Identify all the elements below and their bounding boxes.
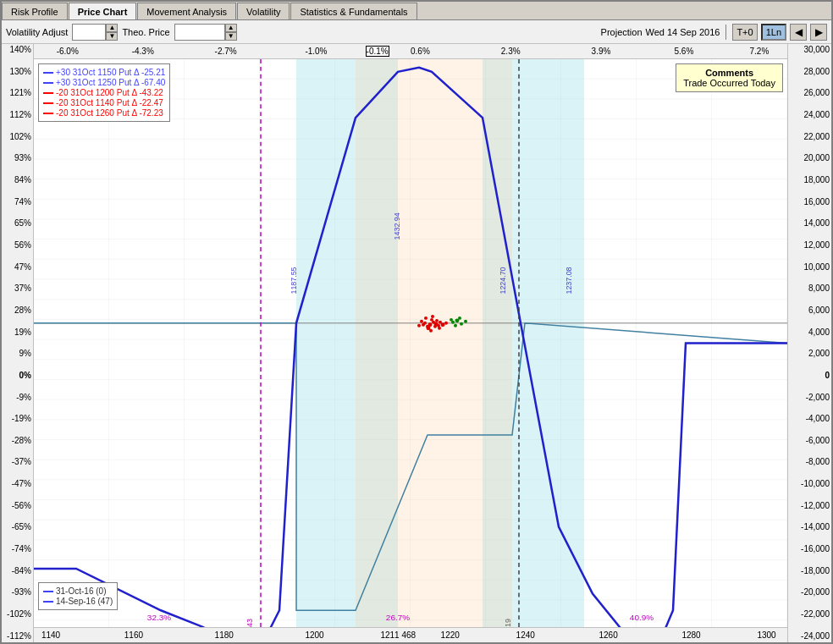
nav-forward-button[interactable]: ▶ [810, 24, 827, 41]
svg-point-34 [454, 324, 457, 328]
y-left-label: -74% [3, 545, 31, 553]
y-axis-left: 140%130%121%112%102%93%84%74%65%56%47%37… [2, 44, 34, 642]
legend-item-4: -20 31Oct 1140 Put Δ -22.47 [43, 98, 165, 107]
legend-color-2 [43, 82, 53, 84]
theo-price-input[interactable]: 1,211.47 [174, 24, 225, 41]
tab-bar: Risk Profile Price Chart Movement Analys… [2, 2, 831, 20]
tab-risk-profile[interactable]: Risk Profile [2, 3, 68, 19]
y-left-label: 121% [3, 89, 31, 97]
bottom-legend-text-1: 31-Oct-16 (0) [56, 586, 106, 596]
y-left-label: 84% [3, 176, 31, 184]
y-left-label: -102% [3, 610, 31, 619]
theo-price-up[interactable]: ▲ [225, 24, 237, 32]
y-right-label: -6,000 [790, 437, 830, 445]
x-top-tick-8: 3.9% [592, 47, 611, 56]
theo-price-down[interactable]: ▼ [225, 32, 237, 41]
y-right-label: -14,000 [790, 523, 830, 531]
svg-text:1237.08: 1237.08 [565, 267, 573, 294]
y-right-label: -18,000 [790, 567, 830, 575]
theo-price-spinner[interactable]: ▲ ▼ [225, 24, 237, 41]
nav-back-button[interactable]: ◀ [790, 24, 807, 41]
theo-price-label: Theo. Price [122, 27, 169, 37]
y-left-label: 74% [3, 198, 31, 206]
svg-point-27 [438, 327, 441, 330]
vol-adjust-input[interactable]: 0 [72, 24, 106, 41]
x-bottom-tick-7: 1240 [516, 630, 535, 640]
svg-point-33 [460, 322, 463, 326]
y-left-label: -28% [3, 437, 31, 445]
y-right-label: 16,000 [790, 198, 830, 206]
comments-subtitle: Trade Occurred Today [683, 78, 775, 88]
svg-point-35 [464, 320, 467, 323]
tab-movement-analysis[interactable]: Movement Analysis [137, 3, 236, 19]
tab-volatility[interactable]: Volatility [237, 3, 290, 19]
projection-date: Wed 14 Sep 2016 [646, 27, 720, 37]
y-left-label: -112% [3, 632, 31, 641]
y-right-label: 14,000 [790, 219, 830, 228]
y-right-label: 10,000 [790, 263, 830, 272]
y-left-label: 56% [3, 241, 31, 250]
svg-text:1187.55: 1187.55 [290, 267, 298, 294]
y-left-label: 93% [3, 154, 31, 162]
svg-point-36 [450, 318, 453, 322]
y-right-label: 6,000 [790, 306, 830, 315]
y-left-label: -19% [3, 415, 31, 423]
x-top-tick-2: -4.3% [132, 47, 154, 56]
bottom-legend: 31-Oct-16 (0) 14-Sep-16 (47) [38, 582, 118, 610]
ln-button[interactable]: 1Ln [761, 24, 786, 41]
tab-statistics[interactable]: Statistics & Fundamentals [290, 3, 416, 19]
y-left-label: 102% [3, 133, 31, 141]
svg-point-29 [444, 322, 448, 325]
legend-color-3 [43, 92, 53, 94]
svg-text:1224.70: 1224.70 [499, 267, 507, 294]
y-left-label: 0% [3, 372, 31, 380]
y-left-label: 65% [3, 219, 31, 228]
legend-color-5 [43, 113, 53, 114]
vol-adjust-up[interactable]: ▲ [106, 24, 118, 32]
x-bottom-tick-3: 1180 [215, 630, 234, 640]
y-right-label: -24,000 [790, 632, 830, 641]
svg-point-21 [422, 323, 425, 327]
vol-adjust-down[interactable]: ▼ [106, 32, 118, 41]
y-right-label: 24,000 [790, 111, 830, 119]
svg-point-22 [429, 329, 433, 333]
legend-item-1: +30 31Oct 1150 Put Δ -25.21 [43, 68, 165, 77]
svg-point-17 [430, 318, 433, 322]
y-left-label: 19% [3, 328, 31, 337]
bottom-legend-color-1 [43, 591, 53, 592]
y-left-label: 37% [3, 284, 31, 293]
legend-item-2: +30 31Oct 1250 Put Δ -67.40 [43, 78, 165, 87]
y-right-label: 20,000 [790, 154, 830, 162]
y-right-label: -8,000 [790, 458, 830, 466]
legend-color-4 [43, 102, 53, 104]
x-bottom-tick-2: 1160 [124, 630, 143, 640]
y-right-label: -4,000 [790, 415, 830, 423]
y-right-label: 26,000 [790, 89, 830, 97]
svg-text:26.7%: 26.7% [386, 613, 410, 622]
controls-row: Volatility Adjust 0 ▲ ▼ Theo. Price 1,21… [2, 20, 831, 44]
svg-point-23 [435, 319, 439, 322]
theo-price-spinner-group: 1,211.47 ▲ ▼ [174, 24, 237, 41]
y-right-label: -22,000 [790, 610, 830, 619]
x-axis-top: -6.0% -4.3% -2.7% -1.0% -0.1% 0.6% 2.3% … [34, 44, 787, 59]
bottom-legend-color-2 [43, 601, 53, 603]
y-left-label: -9% [3, 394, 31, 402]
y-left-label: -47% [3, 480, 31, 488]
y-right-label: -20,000 [790, 588, 830, 597]
comments-box: Comments Trade Occurred Today [676, 63, 783, 92]
svg-point-28 [420, 320, 423, 323]
y-right-label: 4,000 [790, 328, 830, 337]
y-left-label: 140% [3, 46, 31, 54]
svg-text:1171.43: 1171.43 [245, 619, 254, 627]
vol-adjust-spinner[interactable]: ▲ ▼ [106, 24, 118, 41]
svg-point-24 [441, 322, 445, 327]
legend-text-3: -20 31Oct 1200 Put Δ -43.22 [56, 88, 163, 97]
tab-price-chart[interactable]: Price Chart [69, 3, 137, 19]
bottom-legend-text-2: 14-Sep-16 (47) [56, 597, 113, 606]
y-left-label: -56% [3, 502, 31, 510]
x-bottom-tick-6: 1220 [441, 630, 460, 640]
t-plus-button[interactable]: T+0 [732, 24, 757, 41]
y-left-label: -37% [3, 458, 31, 466]
x-bottom-tick-10: 1300 [757, 630, 775, 640]
y-left-label: -84% [3, 567, 31, 575]
